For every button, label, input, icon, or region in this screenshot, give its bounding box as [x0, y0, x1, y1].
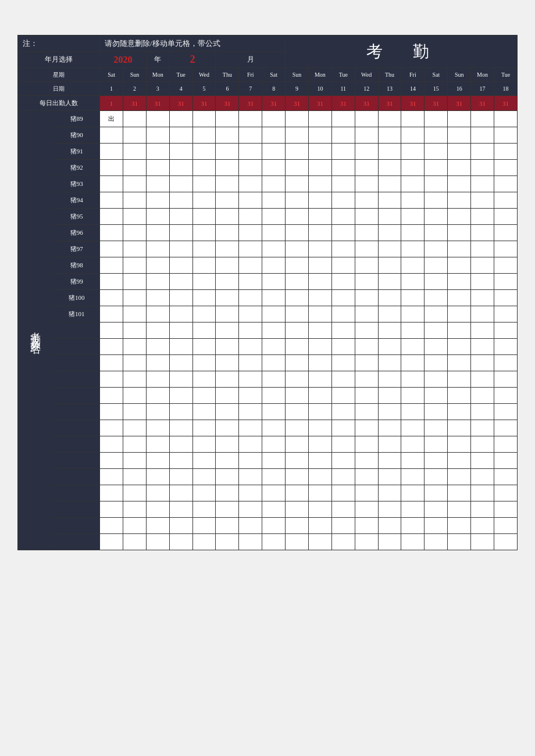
weekday-header-label: 星期: [18, 68, 100, 82]
wd-15: Sat: [425, 68, 448, 82]
emp-89-d13: [378, 111, 401, 127]
wd-8: Sat: [262, 68, 286, 82]
emp-97: 猪97: [54, 241, 100, 257]
dc-1: 1: [100, 96, 123, 111]
d-9: 9: [286, 82, 309, 96]
dc-6: 31: [216, 96, 239, 111]
emp-89-d1: 出: [100, 111, 123, 127]
employee-row-empty-5: [18, 388, 518, 404]
d-5: 5: [192, 82, 216, 96]
emp-89-d15: [425, 111, 448, 127]
d-16: 16: [448, 82, 471, 96]
dc-7: 31: [239, 96, 262, 111]
d-6: 6: [216, 82, 239, 96]
employee-row-98: 猪98: [18, 257, 518, 274]
emp-89-d16: [448, 111, 471, 127]
emp-93: 猪93: [54, 176, 100, 192]
wd-1: Sat: [100, 68, 123, 82]
d-18: 18: [494, 82, 517, 96]
emp-95: 猪95: [54, 209, 100, 225]
employee-row-empty-10: [18, 469, 518, 485]
emp-89-d5: [192, 111, 216, 127]
dc-13: 31: [378, 96, 401, 111]
employee-row-empty-2: [18, 339, 518, 355]
emp-89-d8: [262, 111, 286, 127]
wd-12: Wed: [355, 68, 378, 82]
employee-row-empty-12: [18, 501, 518, 518]
wd-5: Wed: [192, 68, 216, 82]
emp-100: 猪100: [54, 290, 100, 306]
wd-13: Thu: [378, 68, 401, 82]
emp-90-d1: [100, 127, 123, 144]
dc-11: 31: [331, 96, 355, 111]
emp-89-d4: [169, 111, 192, 127]
date-header-label: 日期: [18, 82, 100, 96]
employee-row-92: 猪92: [18, 160, 518, 176]
dc-4: 31: [169, 96, 192, 111]
employee-row-101: 猪101: [18, 306, 518, 323]
dc-12: 31: [355, 96, 378, 111]
d-3: 3: [146, 82, 169, 96]
emp-98: 猪98: [54, 257, 100, 274]
emp-89-d3: [146, 111, 169, 127]
employee-row-96: 猪96: [18, 225, 518, 241]
employee-row-empty-6: [18, 404, 518, 420]
d-12: 12: [355, 82, 378, 96]
emp-89-d11: [331, 111, 355, 127]
d-7: 7: [239, 82, 262, 96]
wd-17: Mon: [471, 68, 494, 82]
emp-89-d2: [123, 111, 146, 127]
emp-99: 猪99: [54, 274, 100, 290]
employee-row-empty-13: [18, 518, 518, 534]
wd-10: Mon: [308, 68, 331, 82]
dc-3: 31: [146, 96, 169, 111]
d-2: 2: [123, 82, 146, 96]
employee-row-empty-4: [18, 371, 518, 388]
employee-row-94: 猪94: [18, 192, 518, 209]
wd-16: Sun: [448, 68, 471, 82]
month-value: 2: [169, 52, 216, 68]
wd-7: Fri: [239, 68, 262, 82]
emp-90: 猪90: [54, 127, 100, 144]
dc-15: 31: [425, 96, 448, 111]
emp-94: 猪94: [54, 192, 100, 209]
employee-row-empty-14: [18, 534, 518, 550]
employee-row-100: 猪100: [18, 290, 518, 306]
employee-row-empty-9: [18, 453, 518, 469]
d-11: 11: [331, 82, 355, 96]
emp-empty-1: [54, 323, 100, 339]
wd-14: Fri: [401, 68, 425, 82]
employee-row-97: 猪97: [18, 241, 518, 257]
employee-row-99: 猪99: [18, 274, 518, 290]
employee-row-90: 猪90: [18, 127, 518, 144]
d-10: 10: [308, 82, 331, 96]
emp-91: 猪91: [54, 144, 100, 160]
d-15: 15: [425, 82, 448, 96]
main-container: 注： 请勿随意删除/移动单元格，带公式 考 勤 年月选择 2020 年 2 月 …: [17, 35, 518, 550]
employee-row-95: 猪95: [18, 209, 518, 225]
dc-16: 31: [448, 96, 471, 111]
note-label: 注：: [18, 35, 100, 52]
title-kaiqin: 考 勤: [286, 35, 518, 68]
dc-17: 31: [471, 96, 494, 111]
weekday-row: 星期 Sat Sun Mon Tue Wed Thu Fri Sat Sun M…: [18, 68, 518, 82]
month-label: 月: [216, 52, 286, 68]
wd-4: Tue: [169, 68, 192, 82]
dc-2: 31: [123, 96, 146, 111]
wd-11: Tue: [331, 68, 355, 82]
emp-89-d18: [494, 111, 517, 127]
date-row: 日期 1 2 3 4 5 6 7 8 9 10 11 12 13 14 15 1…: [18, 82, 518, 96]
year-label: 年: [146, 52, 169, 68]
emp-92: 猪92: [54, 160, 100, 176]
wd-6: Thu: [216, 68, 239, 82]
employee-row-empty-8: [18, 436, 518, 453]
d-17: 17: [471, 82, 494, 96]
dc-9: 31: [286, 96, 309, 111]
left-label: 考勤人员姓名: [18, 111, 54, 550]
emp-89-d6: [216, 111, 239, 127]
dc-8: 31: [262, 96, 286, 111]
dc-18: 31: [494, 96, 517, 111]
dc-5: 31: [192, 96, 216, 111]
employee-row-89: 考勤人员姓名 猪89 出: [18, 111, 518, 127]
emp-89-d9: [286, 111, 309, 127]
